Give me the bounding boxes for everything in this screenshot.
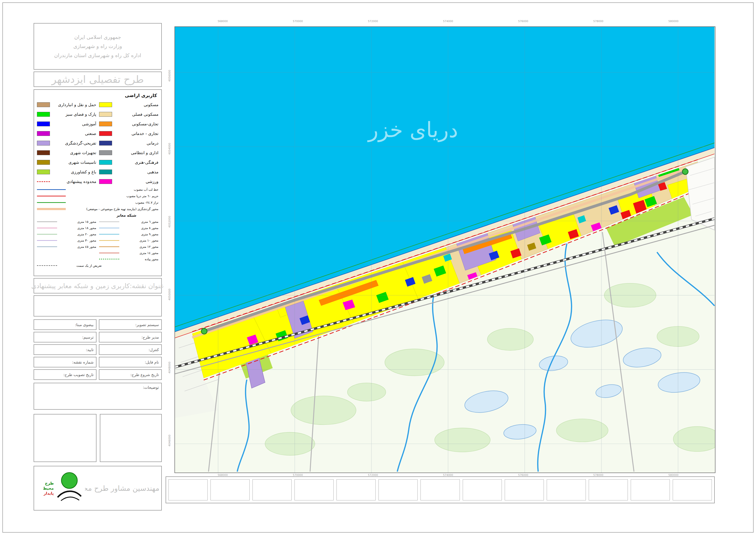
notes-label: توضیحات: <box>37 385 159 390</box>
road-legend-item: محور ٦ متری <box>98 218 159 225</box>
legend-item: حمل و نقل و انبارداری <box>36 100 97 109</box>
agency-line-2: وزارت راه و شهرسازی <box>34 43 161 49</box>
metadata-label: تاریخ تصویب طرح: <box>63 373 94 377</box>
road-swatch <box>99 221 119 222</box>
widen-label: تعریض از یک سمت <box>60 264 102 268</box>
legend-label: مسکونی <box>115 102 158 107</box>
metadata-label: سیستم تصویر: <box>135 323 159 327</box>
road-swatch <box>37 234 57 235</box>
metadata-row: تاریخ تصویب طرح: تاریخ شروع طرح: <box>34 369 162 380</box>
legend-line-items: خط لب آب مصوب حریم ٦٠ متر دریا مصوب تراز… <box>36 186 159 212</box>
widen-row: تعریض از یک سمت <box>36 262 103 269</box>
consultant-box: طرحمحیطپایدار مهندسین مشاور طرح محیط پای… <box>34 466 162 511</box>
signature-strip <box>166 476 715 503</box>
legend-line-label: تراز ٢٤.٧- مصوب <box>68 201 158 204</box>
legend-label: حمل و نقل و انبارداری <box>52 102 96 107</box>
road-swatch <box>99 253 119 253</box>
metadata-label: ترسیم: <box>82 335 94 340</box>
road-legend-item: محور ٣٠ متری <box>36 237 97 243</box>
legend-label: فرهنگی-هنری <box>115 160 158 165</box>
scale-box <box>34 296 162 317</box>
signature-cell <box>631 479 670 500</box>
metadata-fields: بیضوی مبنا: سیستم تصویر: ترسیم: مدیر طرح… <box>34 319 162 380</box>
legend-line-label: حریم ٦٠ متر دریا مصوب <box>68 194 158 198</box>
signature-cell <box>378 479 418 500</box>
legend-label: تجاری-مسکونی <box>115 122 158 126</box>
road-node-east <box>682 169 688 175</box>
legend-line-swatch <box>37 208 66 210</box>
legend-item: تجهیزات شهری <box>36 148 97 157</box>
signature-cell <box>505 479 544 500</box>
legend-line-item: خط لب آب مصوب <box>36 186 159 193</box>
signature-cell <box>169 479 207 500</box>
road-label: محور ١٠ متری <box>122 239 158 242</box>
legend-swatch <box>37 112 50 117</box>
legend-swatch <box>99 150 112 155</box>
road-network-title: شبکه معابر <box>36 212 159 218</box>
road-legend-item: محور ١٢ متری <box>98 243 159 250</box>
signature-cell <box>253 479 292 500</box>
road-swatch <box>99 246 119 247</box>
road-legend-item: محور ٨ متری <box>98 225 159 231</box>
road-label: محور ٢٠ متری <box>60 233 96 236</box>
grid-x-label: 574000 <box>443 20 453 23</box>
legend-line-swatch <box>37 196 66 196</box>
signature-cell <box>463 479 502 500</box>
grid-x-label: 578000 <box>593 20 603 23</box>
legend-item: تفریحی-گردشگری <box>36 138 97 148</box>
legend-label: مسکونی فصلی <box>115 112 158 117</box>
legend-line-label: خط لب آب مصوب <box>68 188 158 191</box>
agency-line-3: اداره کل راه و شهرسازی استان مازندران <box>34 53 161 58</box>
legend-item: محدوده پیشنهادی <box>36 177 97 186</box>
plan-title-box: طرح تفصیلی ایزدشهر <box>34 71 162 87</box>
grid-x-label: 568000 <box>218 20 228 23</box>
logo-word: محیط <box>43 486 54 491</box>
road-legend-item: محور ٩ متری <box>98 231 159 237</box>
road-swatch <box>99 228 119 228</box>
road-legend-item: محور ٤٥ متری <box>36 243 97 250</box>
metadata-cell-right: کنترل: <box>99 344 162 355</box>
road-legend-item: محور ١٥ متری <box>36 218 97 225</box>
road-label: محور ٤٥ متری <box>60 245 96 248</box>
road-legend-item: محور پیاده <box>98 256 159 262</box>
signature-cell <box>420 479 460 500</box>
legend-label: ورزشی <box>115 179 158 184</box>
road-label: محور ٦ متری <box>122 220 158 224</box>
legend-line-item: محور گردشگری (نیازمند تهیه طرح موضوعی - … <box>36 206 159 212</box>
legend-label: پارک و فضای سبز <box>52 112 96 117</box>
consultant-name: مهندسین مشاور طرح محیط پایدار <box>85 484 159 493</box>
logo-word: پایدار <box>44 491 54 495</box>
legend-item: اداری و انتظامی <box>98 148 159 157</box>
legend-label: باغ و کشاورزی <box>52 170 96 174</box>
metadata-row: ترسیم: مدیر طرح: <box>34 332 162 342</box>
sea-label: دریای خزر <box>367 117 458 142</box>
road-swatch <box>37 240 57 241</box>
landuse-column-right: مسکونی مسکونی فصلی تجاری-مسکونی تجاری - … <box>98 100 159 186</box>
map-title: عنوان نقشه:کاربری زمین و شبکه معابر پیشن… <box>31 282 164 290</box>
metadata-row: تایید: کنترل: <box>34 344 162 355</box>
sidebar: جمهوری اسلامی ایران وزارت راه و شهرسازی … <box>34 0 162 535</box>
signature-cell <box>210 479 250 500</box>
road-swatch <box>99 259 119 260</box>
inset-map-box-right <box>100 414 162 462</box>
metadata-label: تاریخ شروع طرح: <box>130 373 159 377</box>
metadata-cell-left: ترسیم: <box>34 332 96 342</box>
legend-swatch <box>37 170 50 174</box>
legend-title: کاربری اراضی <box>36 92 159 100</box>
grid-y-label: 4046000 <box>168 435 171 446</box>
road-swatch <box>37 246 57 247</box>
legend-swatch <box>37 181 50 182</box>
legend-label: محدوده پیشنهادی <box>52 179 96 184</box>
legend-label: تجاری - خدماتی <box>115 131 158 136</box>
legend-item: تجاری-مسکونی <box>98 119 159 129</box>
metadata-cell-left: تایید: <box>34 344 96 355</box>
legend: کاربری اراضی حمل و نقل و انبارداری پارک … <box>34 89 162 276</box>
signature-cell <box>547 479 586 500</box>
legend-item: آموزشی <box>36 119 97 129</box>
legend-swatch <box>99 112 112 117</box>
legend-item: صنعتی <box>36 129 97 138</box>
legend-swatch <box>37 102 50 107</box>
legend-item: ورزشی <box>98 177 159 186</box>
road-label: محور ١٢ متری <box>122 245 158 248</box>
road-swatch <box>37 221 57 222</box>
